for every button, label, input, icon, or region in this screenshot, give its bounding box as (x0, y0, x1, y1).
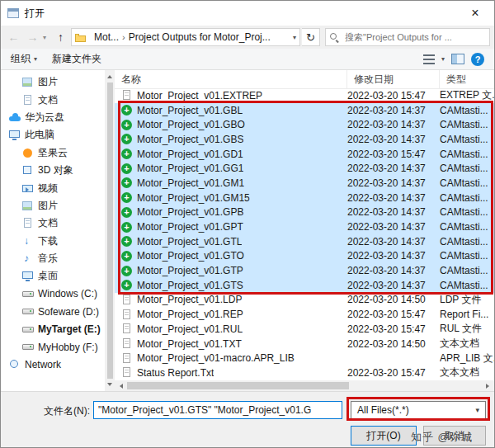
music-icon (22, 253, 34, 264)
file-date-cell: 2022-03-20 14:37 (347, 119, 440, 130)
sidebar-item[interactable]: Windows (C:) (1, 285, 105, 303)
file-name-cell: Motor_Project_v01.GTS (115, 280, 347, 291)
sidebar-item[interactable]: 3D 对象 (1, 162, 105, 179)
file-icon (121, 323, 133, 334)
file-row[interactable]: Motor_Project_v01-macro.APR_LIB APR_LIB … (115, 351, 494, 365)
file-date-cell: 2022-03-20 14:37 (347, 265, 440, 276)
scrollbar-track[interactable] (125, 380, 483, 391)
file-type-cell: LDP 文件 (440, 293, 494, 307)
file-row[interactable]: Motor_Project_v01.GTO 2022-03-20 14:37 C… (115, 249, 494, 264)
view-chevron-icon[interactable]: ▾ (441, 55, 445, 63)
column-header-type[interactable]: 类型 (440, 70, 494, 88)
scrollbar-thumb[interactable] (127, 382, 349, 389)
change-view-icon[interactable] (423, 54, 435, 64)
file-name-cell: Status Report.Txt (115, 367, 347, 379)
file-row[interactable]: Motor_Project_v01.TXT 2022-03-20 14:50 文… (115, 337, 494, 351)
file-icon (121, 367, 133, 378)
search-input[interactable] (343, 31, 485, 43)
file-row[interactable]: Motor_Project_v01.LDP 2022-03-20 14:50 L… (115, 293, 494, 308)
file-rows: Motor_Project_v01.EXTREP 2022-03-20 15:4… (115, 88, 494, 380)
toolbar-right-group: ▾ ? (423, 53, 484, 66)
forward-icon[interactable]: → (24, 31, 41, 44)
file-date-cell: 2022-03-20 14:50 (347, 294, 440, 305)
scroll-up-icon[interactable] (107, 73, 112, 78)
drive-icon (22, 289, 34, 299)
sidebar-item[interactable]: 图片 (1, 73, 105, 91)
sidebar-item[interactable]: 图片 (1, 197, 105, 215)
file-row[interactable]: Motor_Project_v01.GTP 2022-03-20 14:37 C… (115, 263, 494, 278)
file-name: Motor_Project_v01.GM15 (137, 192, 250, 204)
box3d-icon (22, 165, 34, 176)
sidebar-item[interactable]: 此电脑 (1, 126, 105, 144)
file-row[interactable]: Motor_Project_v01.GBL 2022-03-20 14:37 C… (115, 103, 494, 118)
sidebar-item-label: 此电脑 (25, 128, 54, 142)
column-header-name[interactable]: 名称 (115, 70, 347, 88)
column-header-date[interactable]: 修改日期 (347, 70, 440, 88)
back-icon[interactable]: ← (5, 31, 22, 44)
open-button[interactable]: 打开(O) (351, 426, 417, 446)
recent-locations-chevron-icon[interactable]: ▾ (43, 34, 50, 41)
file-name: Motor_Project_v01.GTL (137, 236, 242, 248)
file-list: 名称 修改日期 类型 Motor_Project_v01.EXTREP 2022… (115, 70, 494, 391)
sidebar-item[interactable]: Network (1, 356, 105, 373)
sidebar-item[interactable]: MyTarget (E:) (1, 320, 105, 337)
sidebar-item[interactable]: 下载 (1, 233, 105, 250)
file-row[interactable]: Motor_Project_v01.GPB 2022-03-20 14:37 C… (115, 205, 494, 220)
sidebar-scrollbar[interactable] (105, 70, 115, 391)
file-row[interactable]: Motor_Project_v01.GTL 2022-03-20 14:37 C… (115, 234, 494, 249)
scrollbar-thumb[interactable] (107, 83, 113, 379)
address-dropdown-icon[interactable]: ▾ (293, 34, 296, 41)
file-row[interactable]: Motor_Project_v01.GM15 2022-03-20 14:37 … (115, 191, 494, 205)
new-folder-button[interactable]: 新建文件夹 (52, 52, 101, 66)
file-name-cell: Motor_Project_v01.EXTREP (115, 90, 347, 101)
sidebar-item[interactable]: 华为云盘 (1, 109, 105, 126)
search-box[interactable] (325, 28, 490, 46)
file-name: Motor_Project_v01.GPT (137, 221, 243, 233)
scroll-left-icon[interactable] (117, 384, 123, 389)
sidebar-item[interactable]: 音乐 (1, 250, 105, 267)
address-bar[interactable]: Mot... › Project Outputs for Motor_Proj.… (71, 28, 300, 46)
file-row[interactable]: Motor_Project_v01.REP 2022-03-20 15:47 R… (115, 307, 494, 322)
watermark: 知乎 @弥城 (411, 430, 473, 445)
cam-icon (121, 149, 133, 159)
sidebar-item[interactable]: 文档 (1, 91, 105, 108)
file-icon (121, 90, 133, 101)
file-row[interactable]: Motor_Project_v01.GBS 2022-03-20 14:37 C… (115, 132, 494, 147)
up-icon[interactable]: ↑ (52, 31, 69, 44)
preview-pane-icon[interactable] (451, 54, 464, 64)
horizontal-scrollbar[interactable] (115, 380, 494, 391)
filename-input[interactable] (93, 401, 342, 419)
scroll-down-icon[interactable] (107, 383, 112, 389)
sidebar-item-label: MyTarget (E:) (38, 323, 101, 335)
file-row[interactable]: Motor_Project_v01.GG1 2022-03-20 14:37 C… (115, 161, 494, 176)
file-row[interactable]: Motor_Project_v01.GBO 2022-03-20 14:37 C… (115, 117, 494, 132)
help-icon[interactable]: ? (471, 53, 484, 66)
file-row[interactable]: Motor_Project_v01.GPT 2022-03-20 14:37 C… (115, 219, 494, 234)
sidebar-item-label: Network (25, 359, 61, 370)
file-row[interactable]: Motor_Project_v01.GM1 2022-03-20 14:37 C… (115, 176, 494, 191)
sidebar-item[interactable]: 桌面 (1, 267, 105, 285)
network-icon (9, 359, 21, 370)
file-row[interactable]: Motor_Project_v01.RUL 2022-03-20 15:47 R… (115, 322, 494, 337)
file-row[interactable]: Status Report.Txt 2022-03-20 15:47 文本文档 (115, 365, 494, 380)
close-icon[interactable]: × (463, 1, 488, 26)
scroll-right-icon[interactable] (486, 384, 492, 389)
breadcrumb-current[interactable]: Project Outputs for Motor_Proj... (129, 31, 290, 43)
sidebar-item[interactable]: Sofeware (D:) (1, 303, 105, 320)
file-row[interactable]: Motor_Project_v01.EXTREP 2022-03-20 15:4… (115, 88, 494, 103)
cam-icon (121, 266, 133, 276)
organize-button[interactable]: 组织 ▾ (11, 52, 37, 66)
breadcrumb-root[interactable]: Mot... (94, 31, 119, 43)
refresh-icon[interactable]: ↻ (302, 28, 320, 46)
sidebar-item[interactable]: MyHobby (F:) (1, 338, 105, 356)
file-row[interactable]: Motor_Project_v01.GTS 2022-03-20 14:37 C… (115, 278, 494, 293)
file-type-cell: APR_LIB 文... (440, 351, 494, 365)
sidebar-item[interactable]: 文档 (1, 215, 105, 232)
file-name: Motor_Project_v01.GM1 (137, 177, 244, 189)
file-type-cell: CAMtasti... (440, 105, 494, 116)
sidebar-item[interactable]: 坚果云 (1, 144, 105, 162)
file-type-select[interactable]: All Files(*.*) ▾ (351, 401, 486, 419)
file-row[interactable]: Motor_Project_v01.GD1 2022-03-20 15:47 C… (115, 147, 494, 162)
sidebar-item[interactable]: 视频 (1, 179, 105, 196)
cam-icon (121, 163, 133, 174)
